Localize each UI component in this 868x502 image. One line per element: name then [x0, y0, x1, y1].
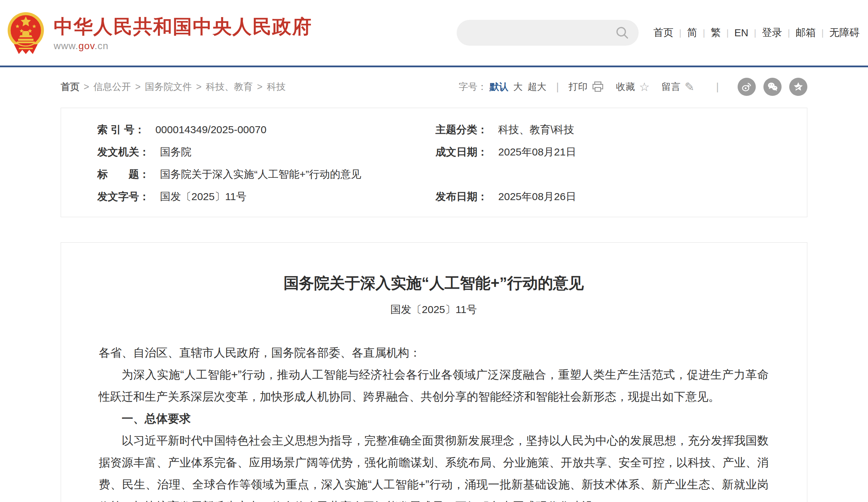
document-title: 国务院关于深入实施“人工智能+”行动的意见 — [99, 274, 769, 292]
toolbar-separator: | — [556, 81, 559, 93]
meta-signed-date-value: 2025年08月21日 — [498, 145, 576, 159]
breadcrumb-separator: > — [257, 82, 262, 92]
meta-issuing-org-value: 国务院 — [160, 145, 191, 159]
document-number: 国发〔2025〕11号 — [99, 302, 769, 317]
meta-publish-date-value: 2025年08月26日 — [498, 190, 576, 204]
meta-doc-number-label: 发文字号： — [97, 190, 150, 204]
site-logo[interactable]: 中华人民共和国中央人民政府 www.gov.cn — [7, 11, 312, 55]
nav-english[interactable]: EN — [734, 27, 748, 39]
paragraph-intro: 为深入实施“人工智能+”行动，推动人工智能与经济社会各行业各领域广泛深度融合，重… — [99, 364, 769, 408]
nav-login[interactable]: 登录 — [762, 26, 782, 40]
nav-separator: | — [821, 28, 824, 38]
font-size-default[interactable]: 默认 — [489, 81, 508, 93]
share-qzone-button[interactable] — [789, 78, 807, 96]
breadcrumb-separator: > — [196, 82, 202, 92]
document-metadata-box: 索 引 号： 000014349/2025-00070 主题分类： 科技、教育\… — [61, 108, 807, 217]
page-toolbar: 字号： 默认 大 超大 | 打印 收藏 ☆ 留言 ✎ | — [458, 78, 807, 96]
section-heading-overall-requirements: 一、总体要求 — [99, 408, 769, 429]
share-weibo-button[interactable] — [738, 78, 756, 96]
meta-row: 发文机关： 国务院 成文日期： 2025年08月21日 — [61, 141, 807, 163]
wechat-icon — [767, 81, 778, 93]
breadcrumb-home[interactable]: 首页 — [61, 81, 79, 93]
meta-issuing-org-label: 发文机关： — [97, 145, 150, 159]
meta-row: 发文字号： 国发〔2025〕11号 发布日期： 2025年08月26日 — [61, 185, 807, 208]
breadcrumb-info-disclosure[interactable]: 信息公开 — [93, 81, 131, 93]
nav-separator: | — [787, 28, 790, 38]
nav-separator: | — [754, 28, 756, 38]
breadcrumb-state-council-docs[interactable]: 国务院文件 — [145, 81, 192, 93]
breadcrumb-separator: > — [135, 82, 141, 92]
search-icon[interactable] — [615, 25, 630, 40]
site-url: www.gov.cn — [54, 40, 312, 52]
meta-row: 索 引 号： 000014349/2025-00070 主题分类： 科技、教育\… — [61, 119, 807, 141]
toolbar-separator: | — [716, 81, 719, 93]
printer-icon — [592, 81, 604, 93]
meta-title-label: 标 题： — [97, 167, 150, 182]
meta-index-value: 000014349/2025-00070 — [155, 124, 267, 136]
breadcrumb: 首页 > 信息公开 > 国务院文件 > 科技、教育 > 科技 — [61, 81, 285, 93]
nav-home[interactable]: 首页 — [653, 26, 673, 40]
pencil-icon: ✎ — [685, 81, 695, 93]
nav-simplified[interactable]: 简 — [687, 26, 697, 40]
search-input[interactable] — [467, 22, 615, 43]
font-size-label: 字号： — [458, 81, 487, 93]
top-nav: 首页 | 简 | 繁 | EN | 登录 | 邮箱 | 无障碍 — [653, 26, 860, 40]
nav-separator: | — [726, 28, 729, 38]
font-size-xlarge[interactable]: 超大 — [527, 81, 546, 93]
meta-row: 标 题： 国务院关于深入实施“人工智能+”行动的意见 — [61, 163, 807, 185]
meta-index-label: 索 引 号： — [97, 123, 145, 137]
favorite-button[interactable]: 收藏 ☆ — [616, 81, 649, 93]
nav-separator: | — [679, 28, 682, 38]
nav-separator: | — [703, 28, 705, 38]
star-icon: ☆ — [639, 81, 649, 93]
qzone-star-icon — [792, 81, 804, 93]
site-title: 中华人民共和国中央人民政府 — [54, 16, 312, 37]
site-header: 中华人民共和国中央人民政府 www.gov.cn 首页 | 简 | 繁 | EN… — [0, 0, 868, 66]
breadcrumb-sci-edu[interactable]: 科技、教育 — [206, 81, 253, 93]
paragraph-guiding-ideology: 以习近平新时代中国特色社会主义思想为指导，完整准确全面贯彻新发展理念，坚持以人民… — [99, 429, 769, 502]
weibo-icon — [741, 81, 753, 93]
share-group — [730, 78, 807, 96]
meta-topic-label: 主题分类： — [435, 123, 488, 137]
nav-mail[interactable]: 邮箱 — [795, 26, 816, 40]
nav-traditional[interactable]: 繁 — [711, 26, 721, 40]
breadcrumb-sci[interactable]: 科技 — [267, 81, 285, 93]
paragraph-salutation: 各省、自治区、直辖市人民政府，国务院各部委、各直属机构： — [99, 342, 769, 364]
print-button[interactable]: 打印 — [569, 81, 604, 93]
breadcrumb-separator: > — [84, 82, 89, 92]
comment-button[interactable]: 留言 ✎ — [662, 81, 695, 93]
font-size-large[interactable]: 大 — [513, 81, 523, 93]
meta-doc-number-value: 国发〔2025〕11号 — [160, 190, 246, 204]
document-content-box: 国务院关于深入实施“人工智能+”行动的意见 国发〔2025〕11号 各省、自治区… — [61, 242, 807, 502]
meta-publish-date-label: 发布日期： — [435, 190, 488, 204]
document-body: 各省、自治区、直辖市人民政府，国务院各部委、各直属机构： 为深入实施“人工智能+… — [99, 342, 769, 502]
search-bar — [457, 20, 639, 46]
meta-topic-value: 科技、教育\科技 — [498, 123, 574, 137]
nav-accessibility[interactable]: 无障碍 — [829, 26, 860, 40]
national-emblem-icon — [7, 11, 45, 55]
share-wechat-button[interactable] — [763, 78, 782, 96]
meta-title-value: 国务院关于深入实施“人工智能+”行动的意见 — [160, 167, 361, 182]
header-divider — [0, 66, 868, 67]
meta-signed-date-label: 成文日期： — [435, 145, 488, 159]
